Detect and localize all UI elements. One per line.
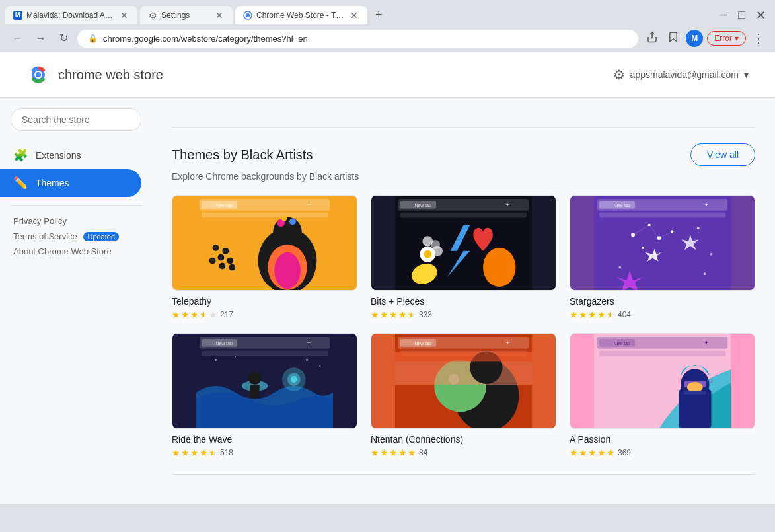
view-all-button[interactable]: View all	[690, 143, 755, 166]
theme-name-ntentan: Ntentan (Connections)	[371, 434, 556, 445]
address-bar[interactable]: 🔒 chrome.google.com/webstore/category/th…	[77, 30, 638, 48]
theme-card-passion[interactable]: New tab +	[570, 333, 755, 458]
rating-count-ntentan: 84	[419, 448, 427, 457]
svg-text:+: +	[307, 201, 311, 208]
svg-point-19	[274, 252, 300, 289]
rating-count-passion: 369	[618, 448, 631, 457]
new-tab-button[interactable]: +	[370, 5, 388, 24]
tab-1[interactable]: M Malavida: Download Android Ap... ✕	[5, 6, 137, 24]
star-1: ★	[172, 447, 180, 458]
store-brand: chrome web store	[26, 63, 163, 87]
svg-text:+: +	[705, 201, 709, 208]
stars-wave: ★ ★ ★ ★ ★	[172, 447, 217, 458]
section-title: Themes by Black Artists	[172, 147, 313, 163]
theme-card-ntentan[interactable]: New tab +	[371, 333, 556, 458]
theme-card-wave[interactable]: New tab +	[172, 333, 357, 458]
user-avatar[interactable]: M	[686, 30, 703, 47]
tab-close-2[interactable]: ✕	[214, 10, 225, 20]
tab-close-1[interactable]: ✕	[119, 10, 129, 20]
reload-button[interactable]: ↻	[55, 30, 72, 46]
svg-point-21	[222, 248, 229, 254]
star-5: ★	[209, 447, 217, 458]
svg-text:+: +	[506, 339, 510, 346]
about-link[interactable]: About Chrome Web Store	[0, 244, 152, 259]
themes-grid: New tab +	[172, 195, 755, 458]
theme-rating-stargazers: ★ ★ ★ ★ ★ 404	[570, 309, 755, 320]
tab-close-3[interactable]: ✕	[349, 10, 359, 20]
theme-card-bits[interactable]: New tab +	[371, 195, 556, 320]
share-icon[interactable]	[644, 28, 661, 48]
star-4: ★	[597, 309, 606, 320]
tab-favicon-2: ⚙	[148, 11, 157, 20]
bookmark-icon[interactable]	[665, 28, 682, 48]
search-box	[11, 108, 141, 131]
privacy-policy-link[interactable]: Privacy Policy	[0, 213, 152, 229]
tab-favicon-1: M	[13, 11, 22, 20]
rating-count-wave: 518	[220, 448, 233, 457]
rating-count-bits: 333	[419, 310, 432, 319]
svg-point-74	[319, 365, 320, 367]
svg-point-50	[642, 247, 644, 249]
search-input[interactable]	[11, 108, 141, 131]
star-1: ★	[570, 309, 578, 320]
tab-3[interactable]: Chrome Web Store - Themes ✕	[235, 6, 367, 24]
star-5: ★	[607, 447, 615, 458]
error-label: Error	[714, 34, 732, 43]
svg-point-17	[281, 216, 287, 221]
svg-rect-32	[400, 213, 527, 218]
settings-icon: ⚙	[613, 67, 625, 83]
svg-text:New tab: New tab	[216, 203, 233, 208]
theme-thumbnail-ntentan: New tab +	[371, 333, 556, 429]
maximize-icon[interactable]: □	[734, 8, 749, 22]
sidebar: 🧩 Extensions ✏️ Themes Privacy Policy Te…	[0, 98, 152, 504]
svg-text:New tab: New tab	[216, 341, 233, 346]
svg-point-37	[431, 240, 440, 249]
theme-thumbnail-stargazers: New tab +	[570, 195, 755, 291]
svg-point-1	[246, 13, 250, 17]
svg-point-24	[209, 258, 216, 264]
svg-point-66	[248, 371, 262, 385]
svg-point-6	[36, 72, 41, 77]
svg-text:New tab: New tab	[614, 341, 630, 346]
account-dropdown-icon: ▾	[744, 69, 749, 80]
svg-rect-100	[684, 391, 706, 395]
theme-name-telepathy: Telepathy	[172, 296, 357, 307]
sidebar-item-themes[interactable]: ✏️ Themes	[0, 169, 141, 197]
terms-of-service-link[interactable]: Terms of Service Updated	[0, 229, 152, 244]
theme-card-stargazers[interactable]: New tab +	[570, 195, 755, 320]
theme-card-telepathy[interactable]: New tab +	[172, 195, 357, 320]
store-header: chrome web store ⚙ appsmalavida@gmail.co…	[0, 52, 775, 98]
account-email: appsmalavida@gmail.com	[630, 69, 739, 80]
star-2: ★	[181, 447, 190, 458]
star-4: ★	[597, 447, 606, 458]
updated-badge: Updated	[83, 232, 119, 241]
svg-point-16	[289, 219, 296, 225]
close-icon[interactable]: ✕	[752, 8, 770, 22]
star-3: ★	[389, 447, 398, 458]
more-options-button[interactable]: ⋮	[750, 30, 767, 47]
error-button[interactable]: Error ▾	[707, 31, 746, 46]
minimize-icon[interactable]: ─	[715, 8, 731, 22]
star-4: ★	[398, 447, 407, 458]
svg-point-54	[710, 253, 712, 256]
sidebar-item-extensions[interactable]: 🧩 Extensions	[0, 141, 141, 169]
svg-rect-46	[599, 213, 725, 218]
theme-rating-bits: ★ ★ ★ ★ ★ 333	[371, 309, 556, 320]
star-3: ★	[190, 309, 199, 320]
tab-2[interactable]: ⚙ Settings ✕	[140, 6, 233, 24]
svg-rect-64	[202, 351, 328, 356]
chrome-logo-icon	[26, 63, 50, 87]
back-button[interactable]: ←	[8, 30, 26, 46]
star-1: ★	[371, 447, 379, 458]
svg-rect-93	[599, 351, 725, 356]
tab-title-3: Chrome Web Store - Themes	[256, 11, 345, 20]
svg-point-53	[697, 227, 700, 229]
svg-point-55	[704, 272, 706, 275]
svg-point-73	[306, 359, 308, 361]
stars-bits: ★ ★ ★ ★ ★	[371, 309, 416, 320]
store-account[interactable]: ⚙ appsmalavida@gmail.com ▾	[613, 67, 749, 83]
star-1: ★	[371, 309, 379, 320]
rating-count-telepathy: 217	[220, 310, 233, 319]
forward-button[interactable]: →	[32, 30, 50, 46]
svg-point-22	[217, 254, 224, 261]
